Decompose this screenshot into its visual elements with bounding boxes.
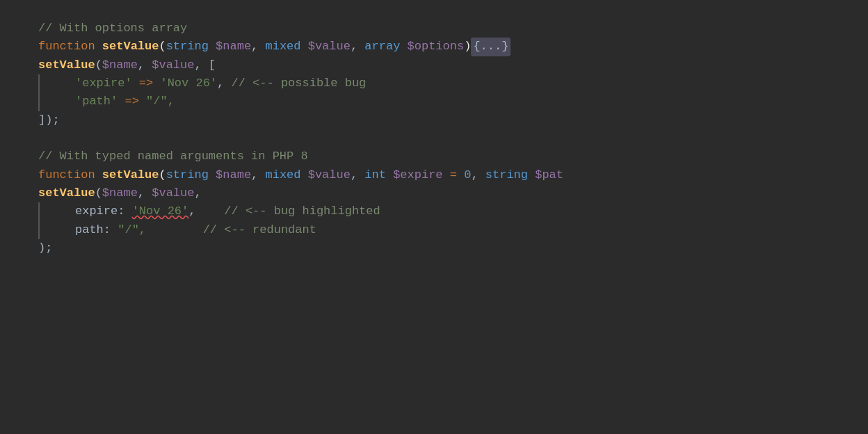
comment-text-1: // With options array — [38, 19, 187, 38]
arrow-1: => — [139, 74, 153, 93]
val-nov26-1: 'Nov 26' — [160, 74, 217, 93]
indent-marker-4 — [38, 221, 47, 239]
val-path-1: "/", — [146, 93, 175, 111]
number-zero: 0 — [464, 166, 471, 184]
call-name-2: setValue — [38, 184, 95, 202]
array-line-expire: 'expire' => 'Nov 26', // <-- possible bu… — [38, 74, 840, 93]
var-options-1: $options — [408, 38, 465, 56]
indent-marker-2 — [38, 93, 47, 111]
type-array-1: array — [364, 38, 400, 56]
function-signature-2: function setValue(string $name, mixed $v… — [38, 166, 840, 184]
comment-line-1: // With options array — [38, 19, 840, 38]
call-arg-name-1: $name — [102, 56, 138, 74]
var-value-2: $value — [308, 166, 351, 184]
var-name-1: $name — [216, 38, 251, 56]
var-name-2: $name — [216, 166, 251, 184]
function-name-2: setValue — [102, 166, 159, 184]
comment-line-2: // With typed named arguments in PHP 8 — [38, 147, 840, 166]
type-mixed-1: mixed — [266, 38, 301, 56]
label-expire: expire: — [75, 202, 132, 220]
paren-open-2: ( — [159, 166, 166, 184]
call-name-1: setValue — [38, 56, 95, 74]
named-arg-path: path: "/", // <-- redundant — [38, 221, 840, 239]
call-arg-value-1: $value — [152, 56, 194, 74]
paren-close-1: ) — [464, 38, 471, 56]
val-nov26-2: 'Nov 26' — [132, 202, 189, 220]
comment-text-2: // With typed named arguments in PHP 8 — [38, 147, 308, 166]
type-int: int — [364, 166, 386, 184]
setvalue-call-2: setValue($name, $value, — [38, 184, 840, 202]
array-close-1: ]); — [38, 111, 840, 129]
call-arg-name-2: $name — [102, 184, 138, 202]
label-path: path: — [75, 221, 118, 239]
key-expire: 'expire' — [75, 74, 132, 93]
comment-bug-highlighted: // <-- bug highlighted — [224, 202, 380, 220]
indent-marker-1 — [38, 74, 47, 93]
paren-open-1: ( — [159, 38, 166, 56]
keyword-function-1: function — [38, 38, 102, 56]
indent-marker-3 — [38, 202, 47, 220]
setvalue-call-1: setValue($name, $value, [ — [38, 56, 840, 74]
comment-possible-bug: // <-- possible bug — [231, 74, 366, 93]
function-signature-1: function setValue(string $name, mixed $v… — [38, 38, 840, 56]
array-line-path: 'path' => "/", — [38, 93, 840, 111]
function-name-1: setValue — [102, 38, 159, 56]
type-mixed-2: mixed — [266, 166, 301, 184]
arrow-2: => — [124, 93, 138, 111]
spacer-1 — [38, 129, 840, 147]
type-string-2: string — [166, 166, 209, 184]
keyword-function-2: function — [38, 166, 102, 184]
type-string-3: string — [485, 166, 528, 184]
var-expire: $expire — [393, 166, 442, 184]
call-close-2: ); — [38, 239, 840, 257]
named-arg-expire: expire: 'Nov 26', // <-- bug highlighted — [38, 202, 840, 220]
default-eq: = — [450, 166, 457, 184]
var-value-1: $value — [308, 38, 351, 56]
call-arg-value-2: $value — [152, 184, 194, 202]
val-path-2: "/", — [118, 221, 146, 239]
comment-redundant: // <-- redundant — [203, 221, 316, 239]
type-string-1: string — [166, 38, 209, 56]
code-editor: // With options array function setValue(… — [0, 0, 868, 434]
collapsed-body-1: {...} — [471, 38, 511, 56]
close-bracket-1: ]); — [38, 111, 60, 129]
key-path-1: 'path' — [75, 93, 118, 111]
close-paren-2: ); — [38, 239, 52, 257]
var-pat: $pat — [535, 166, 563, 184]
